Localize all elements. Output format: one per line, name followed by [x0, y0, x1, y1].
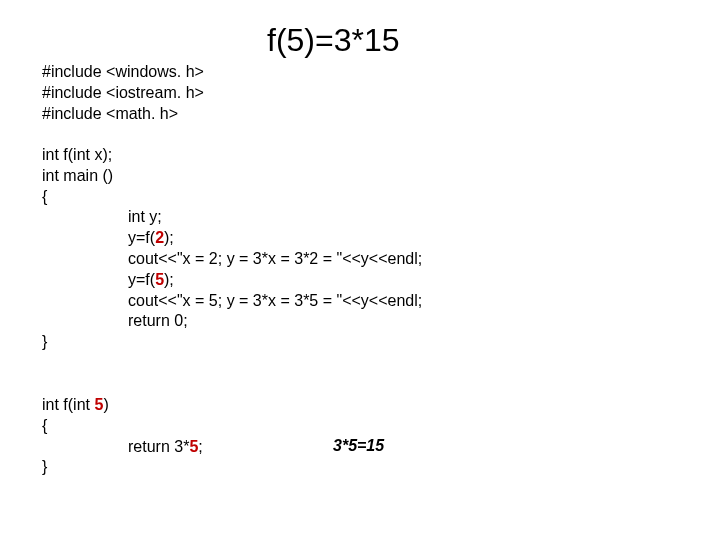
main-code-block: int f(int x); int main () { int y; y=f(2…: [42, 145, 422, 353]
inline-annotation: 3*5=15: [333, 437, 384, 455]
code-line: int f(int 5): [42, 395, 203, 416]
include-line: #include <iostream. h>: [42, 83, 204, 104]
code-line: int f(int x);: [42, 145, 422, 166]
code-line: y=f(2);: [42, 228, 422, 249]
slide-title: f(5)=3*15: [267, 22, 400, 59]
code-line: }: [42, 457, 203, 478]
code-line: {: [42, 416, 203, 437]
include-block: #include <windows. h> #include <iostream…: [42, 62, 204, 124]
highlight-val: 5: [189, 438, 198, 455]
code-line: {: [42, 187, 422, 208]
highlight-arg: 5: [155, 271, 164, 288]
code-line: y=f(5);: [42, 270, 422, 291]
code-line: return 3*5;: [42, 437, 203, 458]
code-line: int y;: [42, 207, 422, 228]
code-line: int main (): [42, 166, 422, 187]
code-line: cout<<"x = 2; y = 3*x = 3*2 = "<<y<<endl…: [42, 249, 422, 270]
code-line: return 0;: [42, 311, 422, 332]
include-line: #include <windows. h>: [42, 62, 204, 83]
code-line: }: [42, 332, 422, 353]
include-line: #include <math. h>: [42, 104, 204, 125]
highlight-arg: 2: [155, 229, 164, 246]
code-line: cout<<"x = 5; y = 3*x = 3*5 = "<<y<<endl…: [42, 291, 422, 312]
function-code-block: int f(int 5) { return 3*5; }: [42, 395, 203, 478]
